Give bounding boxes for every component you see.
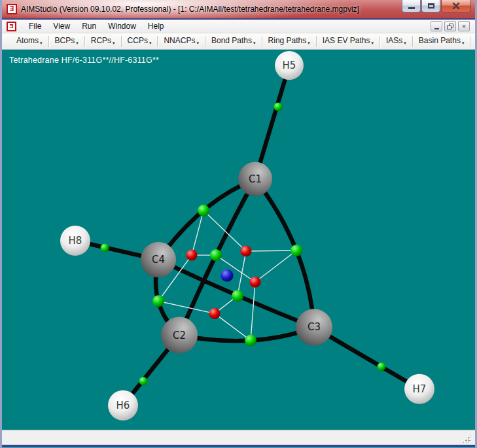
atom-H6[interactable]: H6	[108, 390, 138, 421]
mdi-restore-icon	[447, 24, 453, 29]
bcp-C2-C3[interactable]	[245, 334, 256, 346]
title-bar[interactable]: E AIMStudio (Version 09.10.02, Professio…	[2, 0, 475, 20]
mdi-window-buttons: ×	[429, 21, 470, 31]
aimstudio-window: E AIMStudio (Version 09.10.02, Professio…	[0, 0, 477, 448]
bcp-C1-C3[interactable]	[291, 245, 302, 256]
molecule-viewport[interactable]: Tetrahedrane HF/6-311G**//HF-6311G**	[2, 50, 475, 430]
bond-path-C1-C4	[158, 179, 255, 260]
toolbar-separator	[48, 36, 49, 47]
rcp-C4-C2-C3[interactable]	[209, 308, 221, 319]
menu-file[interactable]: File	[23, 20, 47, 32]
ring-path-C1-C4-C3-to-C1-C3	[246, 250, 296, 251]
toolbar: Atoms▾ BCPs▾ RCPs▾ CCPs▾ NNACPs▾ Bond Pa…	[2, 33, 475, 50]
molecule-canvas[interactable]: C1C2C3C4H5H6H7H8	[2, 50, 475, 430]
toolbar-button-ccps[interactable]: CCPs▾	[123, 34, 156, 48]
toolbar-separator	[84, 36, 85, 47]
rcp-C1-C2-C3[interactable]	[250, 277, 261, 288]
ring-path-C1-C4-C3-to-C4-C3	[238, 251, 246, 296]
close-icon	[452, 3, 460, 9]
document-icon: E	[7, 22, 16, 31]
toolbar-button-iass[interactable]: IASs▾	[381, 34, 411, 48]
dropdown-arrow-icon: ▾	[40, 41, 43, 46]
menu-help[interactable]: Help	[142, 20, 170, 32]
toolbar-button-ring-paths[interactable]: Ring Paths▾	[264, 34, 315, 48]
menu-bar: E File View Run Window Help ×	[2, 20, 475, 33]
mdi-restore-button[interactable]	[444, 21, 456, 31]
mdi-minimize-icon	[434, 28, 439, 29]
ring-path-C4-C2-C3-to-C4-C2	[158, 301, 215, 313]
bcp-C2-H6[interactable]	[139, 377, 148, 385]
dropdown-arrow-icon: ▾	[76, 41, 79, 46]
menu-view[interactable]: View	[47, 20, 76, 32]
dropdown-arrow-icon: ▾	[149, 41, 152, 46]
toolbar-button-nnacps[interactable]: NNACPs▾	[159, 34, 203, 48]
maximize-icon	[428, 3, 434, 9]
window-title: AIMStudio (Version 09.10.02, Professiona…	[21, 5, 359, 14]
toolbar-separator	[157, 36, 158, 47]
toolbar-separator	[470, 36, 470, 47]
atom-C1[interactable]: C1	[238, 162, 272, 196]
dropdown-arrow-icon: ▾	[308, 41, 310, 46]
atom-C3[interactable]: C3	[296, 309, 332, 345]
atom-label-H6: H6	[116, 400, 130, 411]
dropdown-arrow-icon: ▾	[196, 41, 199, 46]
toolbar-separator	[412, 36, 413, 47]
toolbar-button-bcps[interactable]: BCPs▾	[50, 34, 83, 48]
toolbar-button-rcps[interactable]: RCPs▾	[86, 34, 120, 48]
atom-C4[interactable]: C4	[141, 242, 176, 277]
calculation-annotation: Tetrahedrane HF/6-311G**//HF-6311G**	[9, 56, 159, 65]
status-bar	[2, 430, 475, 445]
bcp-C1-H5[interactable]	[274, 103, 283, 111]
ccp-C1-C2-C3-C4[interactable]	[221, 269, 234, 282]
toolbar-button-atoms[interactable]: Atoms▾	[12, 34, 47, 48]
bcp-C4-C2[interactable]	[152, 295, 164, 307]
toolbar-separator	[380, 36, 380, 47]
aimstudio-app-icon: E	[7, 4, 17, 14]
toolbar-button-contours[interactable]: Contours▾	[472, 34, 477, 48]
bcp-C4-C3[interactable]	[232, 290, 243, 302]
mdi-minimize-button[interactable]	[431, 21, 442, 31]
menu-run[interactable]: Run	[76, 20, 102, 32]
atom-label-C1: C1	[249, 173, 262, 185]
toolbar-separator	[121, 36, 122, 47]
mdi-close-button[interactable]: ×	[458, 21, 470, 31]
dropdown-arrow-icon: ▾	[462, 41, 465, 46]
minimize-icon	[408, 7, 415, 9]
bcp-C1-C2[interactable]	[210, 249, 222, 261]
minimize-button[interactable]	[402, 0, 421, 12]
atom-label-H8: H8	[69, 235, 82, 247]
ring-path-C4-C2-C3-to-C2-C3	[215, 313, 251, 340]
maximize-button[interactable]	[421, 0, 440, 12]
bcp-C4-H8[interactable]	[101, 244, 109, 252]
bcp-C3-H7[interactable]	[378, 362, 386, 371]
caption-buttons	[401, 0, 471, 12]
atom-C2[interactable]: C2	[161, 317, 198, 353]
dropdown-arrow-icon: ▾	[253, 41, 256, 46]
window-bottom-border	[2, 445, 475, 448]
atom-label-C2: C2	[173, 329, 186, 341]
toolbar-button-basin-paths[interactable]: Basin Paths▾	[414, 34, 469, 48]
toolbar-separator	[262, 36, 262, 47]
toolbar-separator	[316, 36, 317, 47]
ring-path-C1-C2-C3-to-C2-C3	[251, 282, 255, 340]
atom-H8[interactable]: H8	[60, 226, 90, 256]
dropdown-arrow-icon: ▾	[404, 41, 406, 46]
bond-path-C1-H5	[255, 65, 289, 179]
dropdown-arrow-icon: ▾	[371, 41, 374, 46]
rcp-C1-C4-C2[interactable]	[186, 250, 198, 261]
menu-window[interactable]: Window	[102, 20, 142, 32]
atom-label-C3: C3	[308, 321, 321, 333]
close-button[interactable]	[441, 0, 471, 12]
atom-H5[interactable]: H5	[275, 51, 304, 80]
atom-label-H5: H5	[283, 60, 296, 71]
atom-label-H7: H7	[413, 383, 427, 395]
atom-H7[interactable]: H7	[404, 374, 434, 404]
toolbar-button-ias-ev-paths[interactable]: IAS EV Paths▾	[318, 34, 378, 48]
ring-path-C1-C4-C3-to-C1-C4	[203, 211, 246, 251]
dropdown-arrow-icon: ▾	[113, 41, 115, 46]
toolbar-button-bond-paths[interactable]: Bond Paths▾	[207, 34, 260, 48]
toolbar-separator	[205, 36, 205, 47]
atom-label-C4: C4	[152, 254, 165, 266]
rcp-C1-C4-C3[interactable]	[241, 246, 252, 257]
bcp-C1-C4[interactable]	[198, 205, 209, 216]
